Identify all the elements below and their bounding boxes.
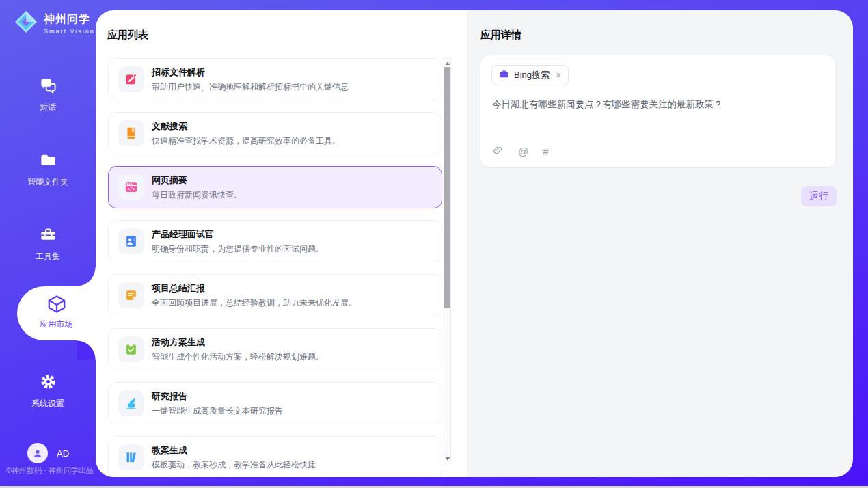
app-card-desc: 一键智能生成高质量长文本研究报告 xyxy=(152,405,283,417)
folder-icon xyxy=(39,160,57,172)
sidebar-item-app-market[interactable]: 应用市场 xyxy=(17,286,96,340)
app-card-title: 招标文件解析 xyxy=(152,66,349,79)
toolbox-icon xyxy=(39,234,57,246)
app-card-title: 项目总结汇报 xyxy=(152,282,357,295)
books-icon xyxy=(118,444,144,470)
cube-icon xyxy=(46,305,67,316)
clipboard-icon xyxy=(118,336,144,362)
prompt-toolbar: @ # xyxy=(492,144,549,159)
scrollbar-thumb[interactable] xyxy=(444,67,450,308)
sidebar-item-label: 系统设置 xyxy=(0,398,96,409)
browser-icon: </> xyxy=(118,174,144,200)
app-card[interactable]: 文献搜索 快速精准查找学术资源，提高研究效率的必备工具。 xyxy=(108,112,442,154)
interviewer-icon xyxy=(118,228,144,254)
scrollbar-down-button[interactable] xyxy=(444,455,450,463)
app-card[interactable]: 项目总结汇报 全面回顾项目进展，总结经验教训，助力未来优化发展。 xyxy=(108,274,442,316)
app-card-title: 网页摘要 xyxy=(152,174,242,187)
content-area: 应用列表 招标文件解析 帮助用户快速、准确地理解和解析招标书中的关键信息 xyxy=(96,10,853,477)
at-icon[interactable]: @ xyxy=(518,146,528,157)
app-detail-panel: 应用详情 Bing搜索 × 今日湖北有哪些新闻要点？有哪些需要关注的最新政策？ xyxy=(467,10,853,477)
sidebar-item-smart-folder[interactable]: 智能文件夹 xyxy=(0,151,96,188)
copyright-footer: ©神州数码 · 神州问学出品 xyxy=(6,465,94,476)
app-card[interactable]: 产品经理面试官 明确身份和职责，为您提供专业性的面试问题。 xyxy=(108,220,442,262)
sidebar-item-label: 对话 xyxy=(0,102,96,113)
scrollbar[interactable] xyxy=(444,58,451,463)
edit-icon xyxy=(118,66,144,92)
app-card-title: 文献搜索 xyxy=(152,120,340,133)
sidebar-item-label: 工具集 xyxy=(0,251,96,262)
app-card-desc: 明确身份和职责，为您提供专业性的面试问题。 xyxy=(152,243,324,255)
user-initials: AD xyxy=(57,448,69,459)
app-card[interactable]: 教案生成 模板驱动，教案秒成，教学准备从此轻松快捷 xyxy=(108,436,442,477)
hash-icon[interactable]: # xyxy=(543,146,548,157)
app-window: 神州问学 Smart Vision 对话 智能文件夹 xyxy=(0,0,868,488)
app-card-title: 教案生成 xyxy=(152,444,316,457)
sidebar-item-toolset[interactable]: 工具集 xyxy=(0,226,96,262)
app-card[interactable]: 活动方案生成 智能生成个性化活动方案，轻松解决规划难题。 xyxy=(108,328,442,370)
sidebar-item-settings[interactable]: 系统设置 xyxy=(0,372,96,409)
app-card-desc: 全面回顾项目进展，总结经验教训，助力未来优化发展。 xyxy=(152,297,357,309)
research-report-icon xyxy=(118,390,144,416)
sidebar-item-label: 智能文件夹 xyxy=(0,176,96,188)
app-card-desc: 模板驱动，教案秒成，教学准备从此轻松快捷 xyxy=(152,459,316,471)
note-icon xyxy=(118,282,144,308)
prompt-text[interactable]: 今日湖北有哪些新闻要点？有哪些需要关注的最新政策？ xyxy=(492,98,824,111)
svg-text:</>: </> xyxy=(127,187,135,192)
close-icon[interactable]: × xyxy=(556,70,561,80)
sidebar-item-label: 应用市场 xyxy=(17,318,96,330)
app-detail-title: 应用详情 xyxy=(480,29,521,42)
paperclip-icon[interactable] xyxy=(492,144,504,159)
app-list: 招标文件解析 帮助用户快速、准确地理解和解析招标书中的关键信息 xyxy=(108,58,442,477)
app-logo: 神州问学 Smart Vision xyxy=(14,10,95,37)
app-card-title: 研究报告 xyxy=(152,390,283,403)
sidebar: 神州问学 Smart Vision 对话 智能文件夹 xyxy=(0,0,96,486)
app-list-title: 应用列表 xyxy=(107,29,148,42)
chat-icon xyxy=(39,85,57,97)
app-card-desc: 帮助用户快速、准确地理解和解析招标书中的关键信息 xyxy=(152,81,349,93)
app-card-desc: 智能生成个性化活动方案，轻松解决规划难题。 xyxy=(152,351,324,363)
diamond-logo-icon xyxy=(14,10,38,37)
app-list-panel: 应用列表 招标文件解析 帮助用户快速、准确地理解和解析招标书中的关键信息 xyxy=(96,10,467,477)
briefcase-icon xyxy=(499,69,509,82)
book-icon xyxy=(118,120,144,146)
logo-subtitle: Smart Vision xyxy=(44,28,95,35)
app-card-title: 产品经理面试官 xyxy=(152,228,324,241)
app-card-selected[interactable]: </> 网页摘要 每日政府新闻资讯快查。 xyxy=(108,166,442,208)
run-button[interactable]: 运行 xyxy=(801,186,837,206)
tool-chip-label: Bing搜索 xyxy=(514,69,550,81)
prompt-input[interactable]: Bing搜索 × 今日湖北有哪些新闻要点？有哪些需要关注的最新政策？ @ # xyxy=(480,55,837,168)
app-card[interactable]: 招标文件解析 帮助用户快速、准确地理解和解析招标书中的关键信息 xyxy=(108,58,442,100)
app-card-desc: 每日政府新闻资讯快查。 xyxy=(152,189,242,201)
scrollbar-up-button[interactable] xyxy=(444,59,450,67)
logo-title: 神州问学 xyxy=(44,12,95,27)
avatar xyxy=(27,443,48,463)
app-card[interactable]: 研究报告 一键智能生成高质量长文本研究报告 xyxy=(108,382,442,424)
app-card-title: 活动方案生成 xyxy=(152,336,324,349)
user-account[interactable]: AD xyxy=(27,443,69,463)
gear-icon xyxy=(39,381,57,393)
sidebar-item-chat[interactable]: 对话 xyxy=(0,77,96,113)
tool-chip-bing-search[interactable]: Bing搜索 × xyxy=(491,65,569,85)
app-card-desc: 快速精准查找学术资源，提高研究效率的必备工具。 xyxy=(152,135,340,147)
